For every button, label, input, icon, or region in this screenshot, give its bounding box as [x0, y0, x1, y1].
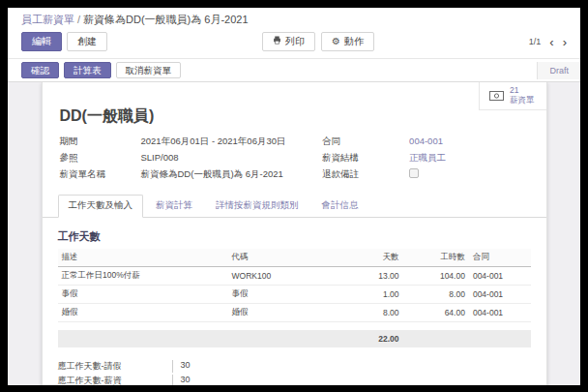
tab-accounting-info[interactable]: 會計信息 [311, 195, 369, 218]
cell-hours: 104.00 [402, 267, 468, 286]
print-button-label: 列印 [285, 36, 305, 47]
col-header-hours[interactable]: 工時數 [402, 249, 468, 267]
breadcrumb-current: 薪資條為DD(一般職員)為 6月-2021 [83, 14, 249, 25]
cell-hours: 64.00 [402, 304, 468, 322]
col-header-days[interactable]: 天數 [332, 249, 402, 267]
field-period: 期間 2021年06月01日 - 2021年06月30日 [60, 136, 323, 148]
info-column-right: 合同 004-001 薪資結構 正職員工 退款備註 [322, 136, 528, 185]
breadcrumb-parent-link[interactable]: 員工薪資單 [21, 14, 74, 25]
edit-button[interactable]: 編輯 [21, 32, 62, 51]
structure-link[interactable]: 正職員工 [409, 152, 528, 165]
stat-button-text: 21 薪資單 [510, 86, 535, 106]
total-row: 22.00 [58, 330, 531, 347]
field-label: 退款備註 [322, 168, 409, 181]
table-row[interactable]: 事假 事假 1.00 8.00 004-001 [58, 286, 531, 304]
field-label: 薪資結構 [322, 152, 409, 165]
worked-days-heading: 工作天數 [58, 229, 531, 244]
printer-icon [273, 36, 281, 47]
table-spacer-row [58, 322, 531, 331]
action-button[interactable]: ⚙ 動作 [321, 32, 374, 51]
field-label: 應工作天數-薪資 [58, 375, 172, 385]
confirm-button[interactable]: 確認 [21, 62, 59, 78]
action-button-label: 動作 [344, 36, 364, 47]
total-days-value: 22.00 [332, 330, 402, 347]
field-work-days-salary: 應工作天數-薪資 30 [58, 375, 531, 385]
pager-next-icon[interactable]: › [563, 36, 567, 48]
field-reference: 參照 SLIP/008 [60, 152, 323, 165]
field-credit-note: 退款備註 [322, 168, 528, 181]
field-value: 薪資條為DD(一般職員)為 6月-2021 [141, 168, 323, 181]
info-column-left: 期間 2021年06月01日 - 2021年06月30日 參照 SLIP/008… [60, 136, 323, 185]
cell-hours: 8.00 [402, 286, 468, 304]
field-value: 2021年06月01日 - 2021年06月30日 [141, 136, 323, 148]
cancel-payslip-button[interactable]: 取消薪資單 [116, 62, 182, 78]
cell-description: 事假 [58, 286, 228, 304]
tab-content: 工作天數 描述 代碼 天數 工時數 合同 正常工 [43, 218, 546, 385]
cell-description: 婚假 [58, 304, 228, 322]
field-payslip-name: 薪資單名稱 薪資條為DD(一般職員)為 6月-2021 [60, 168, 323, 181]
cell-code: 事假 [228, 286, 333, 304]
col-header-description[interactable]: 描述 [58, 249, 228, 267]
worked-days-table: 描述 代碼 天數 工時數 合同 正常工作日100%付薪 WORK100 13.0… [58, 249, 531, 347]
money-icon [489, 87, 504, 105]
table-row[interactable]: 正常工作日100%付薪 WORK100 13.00 104.00 004-001 [58, 267, 531, 286]
pager: 1/1 ‹ › [529, 36, 567, 48]
stat-label: 薪資單 [510, 96, 535, 106]
toolbar: 編輯 創建 列印 ⚙ 動作 1/1 ‹ › [8, 29, 580, 58]
field-value: 30 [172, 375, 531, 385]
breadcrumb-separator: / [77, 14, 80, 25]
cell-code: WORK100 [228, 267, 333, 286]
field-structure: 薪資結構 正職員工 [322, 152, 528, 165]
toolbar-center: 列印 ⚙ 動作 [262, 32, 374, 51]
field-value: SLIP/008 [141, 152, 323, 163]
cell-contract: 004-001 [469, 267, 531, 286]
credit-note-checkbox[interactable] [409, 168, 419, 178]
col-header-code[interactable]: 代碼 [228, 249, 333, 267]
cell-days: 13.00 [332, 267, 402, 286]
cell-code: 婚假 [228, 304, 333, 322]
field-label: 薪資單名稱 [60, 168, 141, 181]
info-grid: 期間 2021年06月01日 - 2021年06月30日 參照 SLIP/008… [43, 134, 546, 185]
extra-fields-group: 應工作天數-請假 30 應工作天數-薪資 30 應工作天數-當月 30 [58, 360, 531, 385]
print-button[interactable]: 列印 [262, 32, 315, 51]
pager-prev-icon[interactable]: ‹ [549, 36, 553, 48]
page-title: DD(一般職員) [43, 82, 546, 134]
field-value: 30 [172, 360, 531, 373]
status-badge: Draft [537, 62, 580, 79]
field-label: 應工作天數-請假 [58, 360, 172, 373]
cell-contract: 004-001 [469, 304, 531, 322]
col-header-contract[interactable]: 合同 [469, 249, 531, 267]
cell-days: 1.00 [332, 286, 402, 304]
field-work-days-leave: 應工作天數-請假 30 [58, 360, 531, 373]
tab-salary-computation[interactable]: 薪資計算 [145, 195, 203, 218]
tab-details-by-rule-category[interactable]: 詳情按薪資規則類別 [205, 195, 309, 218]
form-sheet: 21 薪資單 DD(一般職員) 期間 2021年06月01日 - 2021年06… [42, 82, 547, 385]
contract-link[interactable]: 004-001 [409, 136, 528, 146]
cell-contract: 004-001 [469, 286, 531, 304]
cell-days: 8.00 [332, 304, 402, 322]
cell-description: 正常工作日100%付薪 [58, 267, 228, 286]
field-label: 合同 [322, 136, 409, 148]
pager-counter: 1/1 [529, 37, 542, 46]
compute-sheet-button[interactable]: 計算表 [64, 62, 111, 78]
breadcrumb: 員工薪資單/薪資條為DD(一般職員)為 6月-2021 [8, 8, 580, 29]
tab-worked-days-inputs[interactable]: 工作天數及輸入 [58, 195, 144, 218]
field-label: 期間 [60, 136, 141, 148]
payslips-stat-button[interactable]: 21 薪資單 [479, 82, 546, 110]
table-header-row: 描述 代碼 天數 工時數 合同 [58, 249, 531, 267]
gear-icon: ⚙ [332, 37, 340, 46]
form-content-area: 21 薪資單 DD(一般職員) 期間 2021年06月01日 - 2021年06… [8, 82, 580, 385]
field-contract: 合同 004-001 [322, 136, 528, 148]
field-label: 參照 [60, 152, 141, 165]
table-row[interactable]: 婚假 婚假 8.00 64.00 004-001 [58, 304, 531, 322]
app-window: 員工薪資單/薪資條為DD(一般職員)為 6月-2021 編輯 創建 列印 ⚙ 動… [8, 8, 580, 385]
notebook-tabs: 工作天數及輸入 薪資計算 詳情按薪資規則類別 會計信息 [43, 194, 546, 218]
status-bar: 確認 計算表 取消薪資單 Draft [8, 58, 580, 82]
create-button[interactable]: 創建 [67, 32, 107, 51]
